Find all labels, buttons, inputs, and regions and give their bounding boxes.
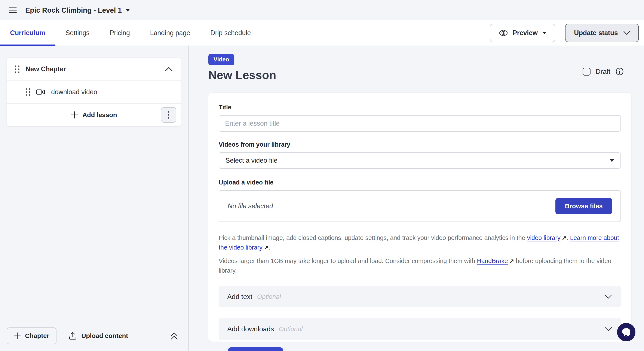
tab-landing-page[interactable]: Landing page (140, 20, 200, 46)
help-text-segment: Videos larger than 1GB may take longer t… (219, 258, 477, 264)
course-switcher[interactable]: Epic Rock Climbing - Level 1 (25, 6, 130, 14)
upload-icon (69, 332, 76, 340)
compression-help-text: Videos larger than 1GB may take longer t… (219, 256, 621, 276)
no-file-text: No file selected (228, 202, 556, 210)
file-upload-dropzone[interactable]: No file selected Browse files (219, 190, 621, 222)
sidebar-bottom-bar: Chapter Upload content (7, 328, 178, 344)
optional-hint: Optional (279, 325, 605, 332)
help-text-segment: . (566, 234, 570, 241)
draft-checkbox[interactable] (582, 68, 590, 76)
plus-icon (71, 111, 78, 118)
lesson-form-card: Title Videos from your library Select a … (208, 93, 631, 342)
chat-widget-button[interactable] (617, 323, 636, 341)
drag-handle-icon[interactable] (26, 88, 30, 96)
tab-pricing[interactable]: Pricing (100, 20, 140, 46)
update-status-label: Update status (574, 29, 618, 37)
eye-icon (499, 30, 508, 36)
upload-field-label: Upload a video file (219, 179, 621, 186)
chapter-title: New Chapter (26, 65, 159, 73)
info-icon[interactable] (616, 68, 624, 76)
add-chapter-label: Chapter (25, 332, 49, 340)
tab-curriculum[interactable]: Curriculum (0, 20, 56, 46)
lesson-name: download video (51, 88, 97, 96)
chevron-up-icon[interactable] (165, 67, 172, 71)
save-lesson-button[interactable]: Save lesson (228, 347, 283, 351)
lesson-editor: Video New Lesson Draft Title Videos from… (189, 46, 644, 350)
content-area: New Chapter download video (0, 46, 644, 350)
tabbar: Curriculum Settings Pricing Landing page… (0, 20, 644, 46)
chevron-down-icon (542, 32, 546, 34)
add-lesson-label: Add lesson (82, 111, 117, 118)
tab-settings[interactable]: Settings (56, 20, 100, 46)
add-text-section[interactable]: Add text Optional (219, 286, 621, 307)
video-select[interactable]: Select a video file (219, 152, 621, 169)
topbar: Epic Rock Climbing - Level 1 (0, 0, 644, 20)
course-builder-app: { "topbar": { "title": "Epic Rock Climbi… (0, 0, 644, 351)
chevron-down-icon (605, 294, 612, 299)
video-camera-icon (36, 89, 45, 95)
upload-content-label: Upload content (81, 332, 128, 340)
library-field-label: Videos from your library (219, 141, 621, 148)
course-title: Epic Rock Climbing - Level 1 (25, 6, 122, 14)
browse-files-button[interactable]: Browse files (556, 198, 612, 214)
help-text-segment: . (268, 244, 270, 251)
chevron-down-icon (624, 31, 630, 35)
video-library-link[interactable]: video library (527, 234, 560, 241)
collapse-all-icon[interactable] (170, 332, 178, 340)
upload-content-button[interactable]: Upload content (69, 332, 128, 340)
update-status-button[interactable]: Update status (565, 24, 639, 42)
draft-toggle-group: Draft (582, 68, 624, 76)
add-lesson-button[interactable]: Add lesson (7, 111, 181, 118)
preview-label: Preview (513, 29, 538, 37)
chapter-header[interactable]: New Chapter (7, 58, 181, 80)
video-select-value: Select a video file (226, 157, 278, 164)
handbrake-link[interactable]: HandBrake (477, 258, 508, 264)
video-help-text: Pick a thumbnail image, add closed capti… (219, 233, 621, 252)
external-link-icon: ↗ (264, 243, 269, 252)
hamburger-menu-icon[interactable] (9, 8, 17, 13)
preview-button[interactable]: Preview (490, 24, 555, 42)
plus-icon (14, 332, 21, 339)
external-link-icon: ↗ (509, 257, 514, 266)
lesson-title-input[interactable] (219, 115, 621, 132)
chat-bubble-icon (621, 328, 631, 337)
lesson-type-badge: Video (208, 54, 234, 65)
lesson-page-title: New Lesson (208, 68, 644, 82)
add-downloads-label: Add downloads (227, 325, 274, 333)
external-link-icon: ↗ (562, 234, 566, 243)
add-chapter-button[interactable]: Chapter (7, 328, 56, 344)
chevron-down-icon (605, 327, 612, 331)
help-text-segment: Pick a thumbnail image, add closed capti… (219, 234, 527, 241)
add-downloads-section[interactable]: Add downloads Optional (219, 318, 621, 340)
chevron-down-icon (126, 9, 130, 12)
curriculum-sidebar: New Chapter download video (0, 46, 189, 350)
select-caret-icon (610, 159, 614, 162)
chapter-footer: Add lesson (7, 104, 181, 126)
tabbar-actions: Preview Update status (490, 20, 639, 46)
optional-hint: Optional (257, 293, 605, 300)
lesson-item[interactable]: download video (7, 81, 181, 103)
drag-handle-icon[interactable] (15, 66, 20, 73)
tab-drip-schedule[interactable]: Drip schedule (200, 20, 261, 46)
title-field-label: Title (219, 104, 621, 111)
draft-label: Draft (596, 68, 610, 76)
chapter-card: New Chapter download video (7, 58, 181, 126)
add-text-label: Add text (227, 293, 252, 301)
chapter-menu-button[interactable] (161, 107, 176, 123)
